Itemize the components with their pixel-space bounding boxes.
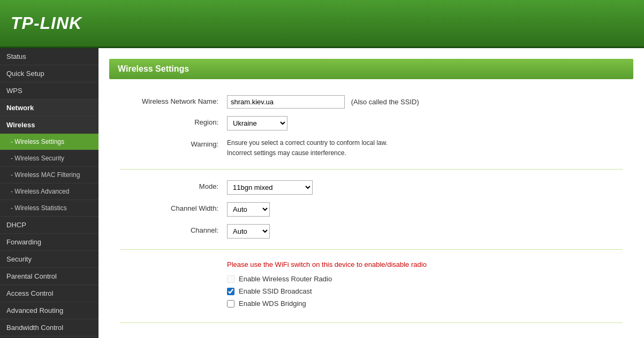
sidebar: Status Quick Setup WPS Network Wireless … [0, 48, 99, 338]
mode-select[interactable]: 11bgn mixed 11bg mixed 11b only 11g only… [227, 180, 313, 195]
sidebar-item-advanced-routing[interactable]: Advanced Routing [0, 302, 99, 319]
sidebar-item-wireless-advanced[interactable]: - Wireless Advanced [0, 183, 99, 200]
sidebar-item-wps[interactable]: WPS [0, 82, 99, 99]
mode-value: 11bgn mixed 11bg mixed 11b only 11g only… [227, 180, 623, 195]
mode-label: Mode: [120, 180, 227, 190]
channel-width-label: Channel Width: [120, 202, 227, 212]
sidebar-item-forwarding[interactable]: Forwarding [0, 234, 99, 251]
network-name-label: Wireless Network Name: [120, 95, 227, 105]
enable-wds-checkbox[interactable] [227, 300, 234, 308]
main-layout: Status Quick Setup WPS Network Wireless … [0, 48, 644, 338]
channel-select[interactable]: Auto 1 2 3 6 11 [227, 224, 270, 239]
sidebar-item-dhcp[interactable]: DHCP [0, 217, 99, 234]
channel-width-row: Channel Width: Auto 20MHz 40MHz [120, 202, 623, 217]
enable-radio-label: Enable Wireless Router Radio [239, 275, 332, 283]
sidebar-item-network[interactable]: Network [0, 99, 99, 117]
sidebar-item-wireless-security[interactable]: - Wireless Security [0, 150, 99, 167]
warning-label: Warning: [120, 138, 227, 148]
sidebar-item-wireless[interactable]: Wireless [0, 117, 99, 134]
sidebar-item-access-control[interactable]: Access Control [0, 285, 99, 302]
divider-1 [120, 169, 623, 170]
sidebar-item-wireless-mac-filtering[interactable]: - Wireless MAC Filtering [0, 167, 99, 183]
divider-2 [120, 249, 623, 250]
wifi-notice-row: Please use the WiFi switch on this devic… [120, 260, 623, 312]
enable-ssid-checkbox[interactable] [227, 288, 234, 295]
sidebar-item-wireless-statistics[interactable]: - Wireless Statistics [0, 200, 99, 217]
sidebar-item-parental-control[interactable]: Parental Control [0, 268, 99, 285]
sidebar-item-security[interactable]: Security [0, 251, 99, 268]
content-area: Wireless Settings Wireless Network Name:… [99, 48, 644, 338]
region-select[interactable]: Ukraine United States Germany [227, 116, 287, 130]
channel-row: Channel: Auto 1 2 3 6 11 [120, 224, 623, 239]
checkbox-row-radio: Enable Wireless Router Radio [227, 275, 623, 283]
region-row: Region: Ukraine United States Germany [120, 116, 623, 130]
divider-3 [120, 322, 623, 323]
warning-line1: Ensure you select a correct country to c… [227, 138, 623, 148]
region-label: Region: [120, 116, 227, 126]
warning-row: Warning: Ensure you select a correct cou… [120, 138, 623, 158]
sidebar-item-bandwidth-control[interactable]: Bandwidth Control [0, 319, 99, 336]
logo: TP-LINK [11, 13, 82, 33]
enable-radio-checkbox[interactable] [227, 275, 234, 283]
warning-line2: Incorrect settings may cause interferenc… [227, 148, 623, 158]
channel-width-select[interactable]: Auto 20MHz 40MHz [227, 202, 270, 217]
wifi-notice-text: Please use the WiFi switch on this devic… [227, 260, 623, 268]
form-section: Wireless Network Name: (Also called the … [109, 90, 633, 338]
save-spacer [120, 334, 227, 336]
network-name-row: Wireless Network Name: (Also called the … [120, 95, 623, 109]
wifi-notice-value: Please use the WiFi switch on this devic… [227, 260, 623, 312]
channel-width-value: Auto 20MHz 40MHz [227, 202, 623, 217]
sidebar-item-status[interactable]: Status [0, 48, 99, 65]
enable-wds-label: Enable WDS Bridging [239, 299, 306, 308]
region-value: Ukraine United States Germany [227, 116, 623, 130]
header: TP-LINK [0, 0, 644, 48]
sidebar-item-quick-setup[interactable]: Quick Setup [0, 65, 99, 82]
network-name-input[interactable] [227, 95, 345, 109]
network-name-value: (Also called the SSID) [227, 95, 623, 109]
warning-text: Ensure you select a correct country to c… [227, 138, 623, 158]
save-value: Save [227, 334, 623, 338]
checkbox-row-ssid: Enable SSID Broadcast [227, 287, 623, 295]
checkbox-row-wds: Enable WDS Bridging [227, 299, 623, 308]
sidebar-item-wireless-settings[interactable]: - Wireless Settings [0, 134, 99, 150]
channel-label: Channel: [120, 224, 227, 234]
mode-row: Mode: 11bgn mixed 11bg mixed 11b only 11… [120, 180, 623, 195]
channel-value: Auto 1 2 3 6 11 [227, 224, 623, 239]
page-title: Wireless Settings [109, 59, 633, 79]
wifi-notice-spacer [120, 260, 227, 263]
enable-ssid-label: Enable SSID Broadcast [239, 287, 312, 295]
ssid-hint: (Also called the SSID) [351, 98, 419, 106]
save-row: Save [120, 334, 623, 338]
